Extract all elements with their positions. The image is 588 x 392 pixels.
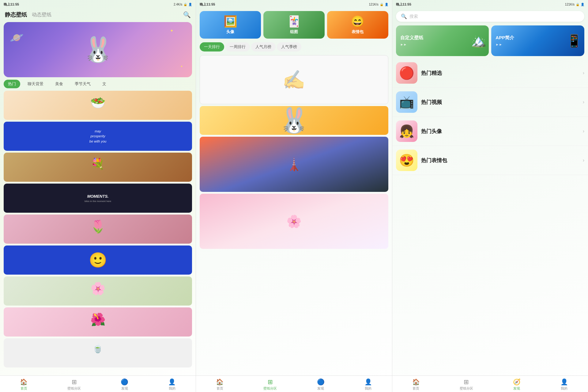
promo-custom-wallpaper[interactable]: 自定义壁纸►► 🏔️ — [396, 25, 489, 56]
moments-title: MOMENTS. — [85, 194, 111, 199]
rank-tab-month[interactable]: 人气月榜 — [251, 42, 276, 51]
zone-cell-paris[interactable]: 🗼 — [200, 137, 388, 192]
zone-cell-pink[interactable]: 🌸 — [200, 194, 388, 249]
hot-picks-icon: 🔴 — [396, 62, 417, 84]
wallpaper-icon-1: ⊞ — [72, 378, 77, 386]
nav-bar-2: 🏠 首页 ⊞ 壁纸分区 🔵 发现 👤 我的 — [196, 375, 392, 392]
hot-emoji-icon: 😍 — [396, 150, 417, 171]
nav-wallpaper-label-2: 壁纸分区 — [263, 386, 277, 391]
tab-static[interactable]: 静态壁纸 — [5, 11, 27, 18]
wallpaper-cell-text[interactable]: mayprosperitybe with you — [4, 122, 192, 151]
emoji-pack-label: 表情包 — [352, 29, 364, 35]
status-right-2: 121K/s 🔒 👤 — [369, 3, 388, 6]
search-icon[interactable]: 🔍 — [183, 11, 191, 18]
search-bar[interactable]: 🔍 搜索 — [396, 11, 584, 22]
status-speed-1: 2.4K/s — [174, 3, 182, 6]
nav-wallpaper-1[interactable]: ⊞ 壁纸分区 — [67, 378, 81, 391]
status-lock-3: 🔒 — [576, 3, 579, 6]
planet-decoration: 🪐 — [10, 31, 24, 44]
wallpaper-cell-white-flowers[interactable]: 🌸 — [4, 276, 192, 306]
pink-image: 🌸 — [286, 214, 302, 229]
panel-wallpaper-zone: 晚上11:55 121K/s 🔒 👤 🖼️ 头像 🃏 组图 😄 表情包 一天排行… — [196, 0, 392, 392]
panel-static-wallpaper: 晚上11:55 2.4K/s 🔒 👤 静态壁纸 动态壁纸 🔍 🪐 🐰 ✦ ✦ 热… — [0, 0, 196, 392]
rabbit-image: 🐰 — [279, 106, 309, 135]
cat-food[interactable]: 美食 — [51, 80, 67, 88]
nav-home-1[interactable]: 🏠 首页 — [20, 378, 28, 391]
wallpaper-cell-tulips[interactable]: 🌷 — [4, 215, 192, 244]
hot-avatar-label: 热门头像 — [421, 128, 579, 135]
emoji-icon-emoji: 😍 — [399, 153, 414, 168]
status-avatar-1: 👤 — [188, 3, 192, 6]
hot-emoji-label: 热门表情包 — [421, 157, 579, 164]
section-hot-avatar[interactable]: 👧 热门头像 › — [392, 117, 588, 146]
zone-content-grid: ✍️ 🐰 🗼 🌸 — [196, 55, 392, 375]
promo-cards: 自定义壁纸►► 🏔️ APP简介►► 📱 — [392, 24, 588, 59]
category-group[interactable]: 🃏 组图 — [263, 11, 325, 39]
hot-video-icon: 📺 — [396, 91, 417, 113]
hot-emoji-arrow: › — [583, 158, 584, 163]
rank-tab-season[interactable]: 人气季榜 — [277, 42, 301, 51]
nav-mine-2[interactable]: 👤 我的 — [364, 378, 372, 391]
rank-tabs: 一天排行 一周排行 人气月榜 人气季榜 — [196, 41, 392, 53]
top-category-icons: 🖼️ 头像 🃏 组图 😄 表情包 — [196, 9, 392, 41]
section-hot-emoji[interactable]: 😍 热门表情包 › — [392, 146, 588, 175]
status-speed-3: 121K/s — [565, 3, 575, 6]
nav-wallpaper-3[interactable]: ⊞ 壁纸分区 — [460, 378, 473, 391]
section-hot-picks[interactable]: 🔴 热门精选 › — [392, 59, 588, 88]
group-emoji: 🃏 — [287, 15, 301, 28]
emoji-pack-emoji: 😄 — [351, 15, 364, 28]
cat-more[interactable]: 文 — [98, 80, 111, 88]
mine-icon-2: 👤 — [364, 378, 372, 386]
mine-icon-1: 👤 — [168, 378, 176, 386]
category-emoji-pack[interactable]: 😄 表情包 — [327, 11, 388, 39]
rank-tab-week[interactable]: 一周排行 — [225, 42, 250, 51]
wallpaper-cell-flowers[interactable]: 💐 — [4, 153, 192, 182]
category-avatar[interactable]: 🖼️ 头像 — [200, 11, 261, 39]
nav-wallpaper-2[interactable]: ⊞ 壁纸分区 — [263, 378, 277, 391]
nav-mine-1[interactable]: 👤 我的 — [168, 378, 176, 391]
zone-cell-sketch[interactable]: ✍️ — [200, 55, 388, 104]
rank-tab-day[interactable]: 一天排行 — [200, 42, 224, 51]
nav-mine-3[interactable]: 👤 我的 — [560, 378, 568, 391]
nav-discover-label-3: 发现 — [513, 386, 520, 391]
discover-icon-2: 🔵 — [317, 378, 325, 386]
wallpaper-cell-pink[interactable]: 🌺 — [4, 307, 192, 337]
cat-chat[interactable]: 聊天背景 — [23, 80, 48, 88]
nav-discover-2[interactable]: 🔵 发现 — [317, 378, 325, 391]
section-hot-video[interactable]: 📺 热门视频 › — [392, 88, 588, 117]
wallpaper-cell-moments[interactable]: MOMENTS. bliss in the moment here — [4, 184, 192, 213]
nav-discover-1[interactable]: 🔵 发现 — [121, 378, 128, 391]
nav-home-2[interactable]: 🏠 首页 — [216, 378, 224, 391]
paris-image: 🗼 — [286, 157, 302, 172]
category-bar: 热门 聊天背景 美食 季节天气 文 — [0, 80, 196, 91]
flowers-image: 💐 — [4, 153, 192, 175]
promo-app-intro[interactable]: APP简介►► 📱 — [491, 25, 584, 56]
star-2: ✦ — [180, 65, 183, 68]
wallpaper-tabs: 静态壁纸 动态壁纸 🔍 — [0, 9, 196, 21]
wallpaper-cell-table[interactable]: 🍵 — [4, 338, 192, 367]
cat-hot[interactable]: 热门 — [4, 80, 20, 88]
hero-banner[interactable]: 🪐 🐰 ✦ ✦ — [4, 22, 192, 77]
tab-dynamic[interactable]: 动态壁纸 — [32, 12, 51, 18]
nav-home-3[interactable]: 🏠 首页 — [412, 378, 420, 391]
wallpaper-cell-food[interactable]: 🥗 — [4, 91, 192, 120]
panel-discover: 晚上11:55 121K/s 🔒 👤 🔍 搜索 自定义壁纸►► 🏔️ APP简介… — [392, 0, 588, 392]
nav-bar-3: 🏠 首页 ⊞ 壁纸分区 🧭 发现 👤 我的 — [392, 375, 588, 392]
mine-icon-3: 👤 — [560, 378, 568, 386]
home-icon-1: 🏠 — [20, 378, 28, 386]
status-speed-2: 121K/s — [369, 3, 379, 6]
hot-avatar-icon: 👧 — [396, 120, 417, 142]
status-right-1: 2.4K/s 🔒 👤 — [174, 3, 192, 6]
moments-image: MOMENTS. bliss in the moment here — [85, 194, 111, 203]
bunny-character: 🐰 — [83, 37, 113, 62]
cat-season[interactable]: 季节天气 — [70, 80, 95, 88]
zone-cell-rabbit[interactable]: 🐰 — [200, 106, 388, 135]
nav-home-label-2: 首页 — [217, 386, 223, 391]
wallpaper-cell-smiley[interactable]: 🙂 — [4, 245, 192, 275]
home-icon-3: 🏠 — [412, 378, 420, 386]
status-lock-1: 🔒 — [183, 3, 187, 6]
discover-icon-3: 🧭 — [513, 378, 521, 386]
nav-discover-3[interactable]: 🧭 发现 — [513, 378, 521, 391]
hot-picks-label: 热门精选 — [421, 70, 579, 77]
sketch-image: ✍️ — [282, 69, 305, 91]
